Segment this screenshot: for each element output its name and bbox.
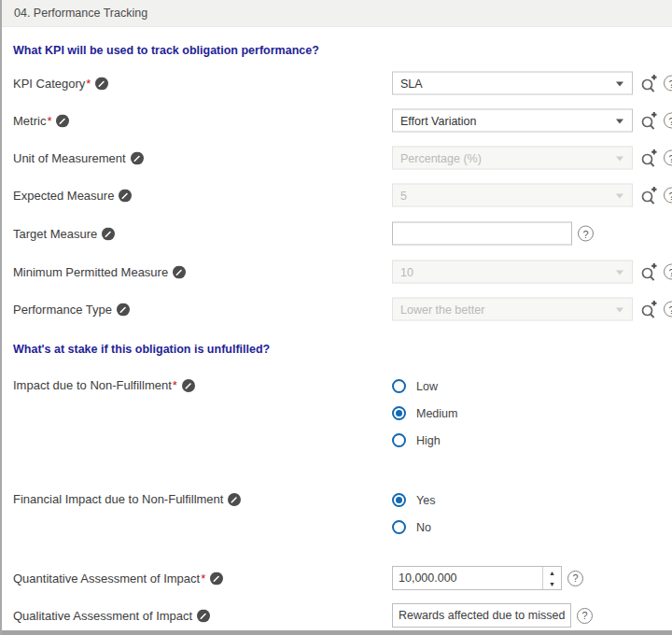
help-icon[interactable]: ? — [578, 226, 594, 242]
help-icon[interactable]: ? — [664, 302, 672, 318]
financial-impact-option-yes[interactable]: Yes — [392, 487, 435, 514]
help-icon[interactable]: ? — [664, 188, 672, 204]
chevron-down-icon — [616, 270, 623, 275]
edit-icon — [173, 265, 186, 278]
field-row-performance-type: Performance Type Lower the better ? — [2, 290, 672, 328]
section-title: 04. Performance Tracking — [14, 7, 147, 20]
lookup-add-icon[interactable] — [640, 262, 658, 282]
field-row-financial-impact: Financial Impact due to Non-Fulfillment … — [2, 487, 672, 541]
lookup-add-icon[interactable] — [640, 148, 658, 168]
impact-option-medium[interactable]: Medium — [392, 400, 457, 427]
field-row-expected-measure: Expected Measure 5 ? — [2, 176, 672, 214]
quantitative-label: Quantitative Assessment of Impact* — [13, 572, 223, 586]
edit-icon — [210, 572, 223, 585]
field-row-kpi-category: KPI Category* SLA ? — [2, 64, 672, 102]
impact-option-high[interactable]: High — [392, 427, 457, 454]
help-icon[interactable]: ? — [567, 571, 583, 586]
minimum-permitted-measure-label: Minimum Permitted Measure — [13, 265, 186, 279]
edit-icon — [197, 609, 210, 622]
unit-of-measurement-dropdown: Percentage (%) — [392, 147, 633, 170]
field-row-impact: Impact due to Non-Fulfillment* Low Mediu… — [2, 373, 672, 455]
field-row-quantitative: Quantitative Assessment of Impact* ▲ ▼ ? — [2, 561, 672, 595]
performance-type-dropdown: Lower the better — [392, 298, 633, 321]
help-icon[interactable]: ? — [664, 264, 672, 280]
chevron-down-icon — [616, 81, 623, 86]
quantitative-input[interactable] — [393, 567, 542, 589]
edit-icon — [56, 114, 69, 127]
field-row-unit-of-measurement: Unit of Measurement Percentage (%) ? — [2, 139, 672, 176]
quantitative-number-field: ▲ ▼ — [392, 566, 562, 590]
impact-label: Impact due to Non-Fulfillment* — [13, 378, 195, 392]
target-measure-input[interactable] — [392, 222, 572, 246]
spinner-up-icon[interactable]: ▲ — [543, 567, 561, 578]
edit-icon — [182, 379, 195, 392]
chevron-down-icon — [616, 119, 623, 123]
question-kpi: What KPI will be used to track obligatio… — [13, 44, 672, 57]
section-header[interactable]: 04. Performance Tracking — [2, 0, 672, 27]
help-icon[interactable]: ? — [664, 113, 672, 129]
lookup-add-icon[interactable] — [640, 74, 658, 93]
expected-measure-label: Expected Measure — [13, 189, 132, 203]
radio-icon[interactable] — [392, 406, 406, 420]
help-icon[interactable]: ? — [577, 608, 593, 624]
field-row-target-measure: Target Measure ? — [2, 214, 672, 253]
edit-icon — [102, 227, 115, 240]
lookup-add-icon[interactable] — [640, 300, 658, 319]
field-row-qualitative: Qualitative Assessment of Impact ? — [2, 599, 672, 632]
required-asterisk: * — [86, 77, 91, 91]
lookup-add-icon[interactable] — [640, 186, 658, 205]
edit-icon — [119, 189, 132, 202]
required-asterisk: * — [47, 114, 51, 128]
edit-icon — [117, 303, 130, 316]
impact-radio-group: Low Medium High — [392, 373, 457, 454]
field-row-metric: Metric* Effort Variation ? — [2, 102, 672, 139]
qualitative-label: Qualitative Assessment of Impact — [13, 609, 210, 623]
kpi-category-label: KPI Category* — [13, 77, 108, 91]
qualitative-input[interactable] — [392, 603, 571, 628]
question-stake: What's at stake if this obligation is un… — [13, 343, 672, 356]
help-icon[interactable]: ? — [664, 150, 672, 166]
radio-icon[interactable] — [392, 433, 406, 447]
performance-type-label: Performance Type — [13, 303, 130, 317]
minimum-permitted-measure-dropdown: 10 — [392, 261, 633, 284]
financial-impact-option-no[interactable]: No — [392, 514, 435, 541]
field-row-minimum-permitted-measure: Minimum Permitted Measure 10 ? — [2, 253, 672, 290]
target-measure-label: Target Measure — [13, 227, 115, 241]
metric-label: Metric* — [13, 114, 69, 128]
edit-icon — [228, 493, 241, 506]
help-icon[interactable]: ? — [664, 76, 672, 92]
bottom-divider — [2, 630, 672, 635]
edit-icon — [95, 77, 108, 90]
impact-option-low[interactable]: Low — [392, 373, 457, 400]
chevron-down-icon — [616, 193, 623, 198]
metric-dropdown[interactable]: Effort Variation — [392, 109, 633, 133]
radio-icon[interactable] — [392, 520, 406, 534]
financial-impact-radio-group: Yes No — [392, 487, 435, 541]
lookup-add-icon[interactable] — [640, 111, 658, 131]
required-asterisk: * — [201, 572, 205, 586]
performance-tracking-section: 04. Performance Tracking What KPI will b… — [0, 0, 672, 635]
kpi-category-dropdown[interactable]: SLA — [392, 72, 633, 95]
edit-icon — [131, 151, 144, 164]
radio-icon[interactable] — [392, 379, 406, 393]
chevron-down-icon — [616, 156, 623, 161]
radio-icon[interactable] — [392, 493, 406, 507]
chevron-down-icon — [616, 307, 623, 312]
financial-impact-label: Financial Impact due to Non-Fulfillment — [13, 492, 241, 506]
expected-measure-dropdown: 5 — [392, 184, 633, 207]
number-spinner: ▲ ▼ — [542, 567, 561, 589]
unit-of-measurement-label: Unit of Measurement — [13, 151, 144, 165]
required-asterisk: * — [173, 378, 177, 392]
spinner-down-icon[interactable]: ▼ — [543, 578, 561, 589]
